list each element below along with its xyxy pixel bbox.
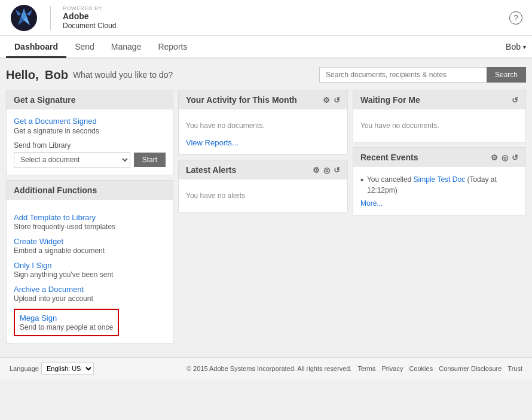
nav-bar: Dashboard Send Manage Reports Bob ▾ [0,36,532,59]
logo-area: POWERED BY Adobe Document Cloud [10,4,116,32]
search-input[interactable] [319,67,487,83]
your-activity-body: You have no documents. View Reports... [179,109,347,154]
help-button[interactable]: ? [509,11,522,25]
get-doc-signed-sub: Get a signature in seconds [14,127,166,135]
columns: Get a Signature Get a Document Signed Ge… [6,90,526,349]
footer: Language English: US © 2015 Adobe System… [0,357,532,379]
footer-language-select[interactable]: English: US [41,363,94,375]
more-link[interactable]: More... [360,199,518,208]
your-activity-empty: You have no documents. [186,117,340,135]
event-bullet-icon: ▪ [360,175,363,184]
footer-language-label: Language [10,365,39,372]
search-area: Search [319,67,526,83]
doc-select[interactable]: Select a document [14,152,130,168]
search-button[interactable]: Search [487,67,526,83]
recent-events-title: Recent Events [360,153,418,162]
chevron-down-icon: ▾ [523,44,526,50]
send-from-library-label: Send from Library [14,141,166,150]
footer-privacy-link[interactable]: Privacy [381,365,403,372]
create-widget-link[interactable]: Create Widget [14,237,166,246]
event-text: You cancelled Simple Test Doc (Today at … [367,174,518,196]
nav-dashboard[interactable]: Dashboard [6,37,66,58]
archive-doc-link[interactable]: Archive a Document [14,285,166,294]
additional-functions-header: Additional Functions [7,181,173,200]
get-signature-header: Get a Signature [7,90,173,109]
waiting-for-me-card: Waiting For Me ↺ You have no documents. [353,90,526,142]
nav-send[interactable]: Send [66,37,103,58]
start-button[interactable]: Start [134,153,166,167]
waiting-for-me-icons: ↺ [512,96,518,105]
your-activity-title: Your Activity for This Month [186,95,297,105]
hello-subtext: What would you like to do? [73,70,173,80]
powered-by-label: POWERED BY [63,5,116,11]
recent-events-header: Recent Events ⚙ ◎ ↺ [353,148,525,167]
additional-functions-card: Additional Functions Add Template to Lib… [6,180,173,344]
nav-reports[interactable]: Reports [149,37,195,58]
mega-sign-box: Mega Sign Send to many people at once [14,309,119,336]
your-activity-header: Your Activity for This Month ⚙ ↺ [179,90,347,109]
footer-trust-link[interactable]: Trust [507,365,522,372]
alerts-wrench-icon[interactable]: ⚙ [313,166,320,175]
mega-sign-sub: Send to many people at once [20,323,113,331]
footer-cookies-link[interactable]: Cookies [409,365,433,372]
refresh-icon[interactable]: ↺ [334,96,340,105]
create-widget-sub: Embed a signable document [14,246,166,255]
col-right: Waiting For Me ↺ You have no documents. … [353,90,526,349]
archive-doc-sub: Upload into your account [14,294,166,303]
waiting-for-me-empty: You have no documents. [360,117,518,135]
recent-events-card: Recent Events ⚙ ◎ ↺ ▪ You cancelled Simp… [353,147,526,215]
footer-right: © 2015 Adobe Systems Incorporated. All r… [186,365,522,372]
your-activity-icons: ⚙ ↺ [323,96,340,105]
latest-alerts-card: Latest Alerts ⚙ ◎ ↺ You have no alerts [178,160,348,212]
waiting-for-me-title: Waiting For Me [360,95,420,105]
event-doc-link[interactable]: Simple Test Doc [414,175,465,184]
add-template-link[interactable]: Add Template to Library [14,213,166,222]
waiting-for-me-header: Waiting For Me ↺ [353,90,525,109]
additional-functions-body: Add Template to Library Store frequently… [7,200,173,343]
your-activity-card: Your Activity for This Month ⚙ ↺ You hav… [178,90,348,155]
get-signature-card: Get a Signature Get a Document Signed Ge… [6,90,173,175]
wrench-icon[interactable]: ⚙ [323,96,330,105]
footer-copyright: © 2015 Adobe Systems Incorporated. All r… [186,365,352,372]
send-from-library-row: Select a document Start [14,152,166,168]
waiting-for-me-body: You have no documents. [353,109,525,142]
logo-text: POWERED BY Adobe Document Cloud [63,5,116,30]
footer-consumer-disclosure-link[interactable]: Consumer Disclosure [439,365,502,372]
only-i-sign-sub: Sign anything you've been sent [14,270,166,279]
recent-events-icons: ⚙ ◎ ↺ [491,153,518,162]
main-content: Hello, Bob What would you like to do? Se… [0,59,532,355]
alerts-rss-icon[interactable]: ◎ [323,166,330,175]
latest-alerts-body: You have no alerts [179,179,347,212]
footer-terms-link[interactable]: Terms [357,365,375,372]
mega-sign-link[interactable]: Mega Sign [20,314,113,322]
hello-greeting: Hello, Bob [6,68,68,82]
add-template-sub: Store frequently-used templates [14,223,166,231]
footer-language: Language English: US [10,363,94,375]
event-item: ▪ You cancelled Simple Test Doc (Today a… [360,174,518,196]
view-reports-link[interactable]: View Reports... [186,138,340,147]
recent-events-body: ▪ You cancelled Simple Test Doc (Today a… [353,167,525,215]
col-left: Get a Signature Get a Document Signed Ge… [6,90,173,349]
get-signature-title: Get a Signature [14,95,75,105]
nav-manage[interactable]: Manage [103,37,150,58]
events-rss-icon[interactable]: ◎ [502,153,508,162]
events-wrench-icon[interactable]: ⚙ [491,153,498,162]
events-refresh-icon[interactable]: ↺ [512,153,518,162]
username-label: Bob [506,42,521,51]
adobe-logo-icon [10,4,38,32]
nav-right: Bob ▾ [506,42,526,51]
user-menu[interactable]: Bob ▾ [506,42,526,51]
alerts-refresh-icon[interactable]: ↺ [334,166,340,175]
get-doc-signed-link[interactable]: Get a Document Signed [14,117,166,126]
latest-alerts-empty: You have no alerts [186,187,340,205]
brand-name-line1: Adobe [63,11,116,22]
waiting-refresh-icon[interactable]: ↺ [512,96,518,105]
event-text-before: You cancelled [367,175,414,184]
latest-alerts-icons: ⚙ ◎ ↺ [313,166,340,175]
col-middle: Your Activity for This Month ⚙ ↺ You hav… [178,90,348,349]
latest-alerts-header: Latest Alerts ⚙ ◎ ↺ [179,160,347,179]
only-i-sign-link[interactable]: Only I Sign [14,261,166,270]
header-right: ? [509,11,522,25]
brand-name-line2: Document Cloud [63,22,116,30]
latest-alerts-title: Latest Alerts [186,165,236,175]
